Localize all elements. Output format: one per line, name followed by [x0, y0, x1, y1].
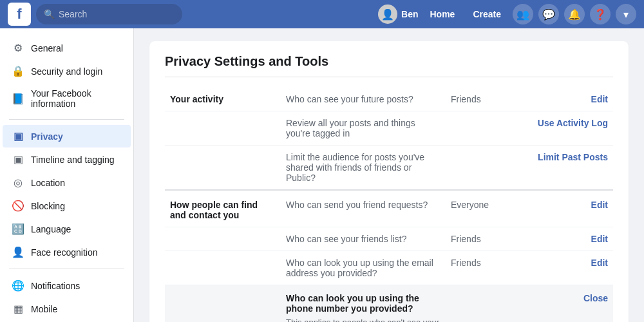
- table-row: Review all your posts and things you're …: [165, 111, 613, 146]
- top-navigation: f 🔍 👤 Ben Home Create 👥 💬 🔔 ❓ ▾: [0, 0, 644, 28]
- location-icon: ◎: [12, 176, 24, 189]
- setting-review-posts-value: [446, 111, 523, 146]
- limit-past-posts-link[interactable]: Limit Past Posts: [538, 152, 608, 162]
- setting-limit-audience-desc: Limit the audience for posts you've shar…: [281, 146, 446, 191]
- sidebar-label: Location: [31, 178, 65, 188]
- setting-future-posts-desc: Who can see your future posts?: [281, 88, 446, 111]
- main-content: Privacy Settings and Tools Your activity…: [134, 28, 644, 322]
- setting-friends-list-desc: Who can see your friends list?: [281, 227, 446, 251]
- sidebar-section-privacy: ▣ Privacy ▣ Timeline and tagging ◎ Locat…: [0, 125, 133, 263]
- sidebar-label: Language: [31, 224, 71, 234]
- table-row: Limit the audience for posts you've shar…: [165, 146, 613, 191]
- mobile-icon: ▦: [12, 303, 24, 315]
- setting-review-posts-action[interactable]: Use Activity Log: [523, 111, 613, 146]
- sidebar-label: Timeline and tagging: [31, 155, 114, 165]
- section-label-your-activity: Your activity: [165, 88, 281, 111]
- sidebar-item-face-recognition[interactable]: 👤 Face recognition: [3, 241, 131, 263]
- setting-friends-list-value: Friends: [446, 227, 523, 251]
- sidebar-divider-1: [9, 119, 124, 120]
- avatar: 👤: [378, 5, 397, 24]
- setting-friend-requests-desc: Who can send you friend requests?: [281, 190, 446, 227]
- privacy-icon: ▣: [12, 130, 24, 142]
- setting-friend-requests-action[interactable]: Edit: [523, 190, 613, 227]
- setting-review-posts-desc: Review all your posts and things you're …: [281, 111, 446, 146]
- setting-limit-audience-value: [446, 146, 523, 191]
- search-bar[interactable]: 🔍: [36, 4, 182, 24]
- section-find-contact: How people can find and contact you Who …: [165, 190, 613, 227]
- edit-email-lookup-link[interactable]: Edit: [591, 258, 608, 268]
- sidebar-item-location[interactable]: ◎ Location: [3, 171, 131, 194]
- sidebar-label: General: [31, 43, 63, 53]
- setting-future-posts-action[interactable]: Edit: [523, 88, 613, 111]
- more-icon[interactable]: ▾: [616, 4, 636, 24]
- setting-email-lookup-desc: Who can look you up using the email addr…: [281, 251, 446, 285]
- sidebar-item-general[interactable]: ⚙ General: [3, 37, 131, 59]
- setting-phone-lookup-value: [446, 285, 523, 323]
- setting-phone-lookup-question: Who can look you up using the phone numb…: [286, 293, 440, 314]
- facebook-info-icon: 📘: [12, 93, 24, 105]
- gear-icon: ⚙: [12, 42, 24, 54]
- sidebar-divider-2: [9, 269, 124, 269]
- edit-future-posts-link[interactable]: Edit: [591, 94, 608, 104]
- setting-email-lookup-value: Friends: [446, 251, 523, 285]
- sidebar-item-security[interactable]: 🔒 Security and login: [3, 60, 131, 82]
- topnav-right-section: 👤 Ben Home Create 👥 💬 🔔 ❓ ▾: [378, 4, 636, 24]
- user-profile-link[interactable]: 👤 Ben: [378, 5, 418, 24]
- page-title: Privacy Settings and Tools: [165, 54, 613, 77]
- timeline-icon: ▣: [12, 153, 24, 166]
- edit-friend-requests-link[interactable]: Edit: [591, 200, 608, 210]
- setting-limit-audience-action[interactable]: Limit Past Posts: [523, 146, 613, 191]
- use-activity-log-link[interactable]: Use Activity Log: [538, 118, 608, 128]
- sidebar-item-language[interactable]: 🔠 Language: [3, 218, 131, 240]
- sidebar-item-notifications[interactable]: 🌐 Notifications: [3, 274, 131, 297]
- sidebar-section-account: ⚙ General 🔒 Security and login 📘 Your Fa…: [0, 37, 133, 114]
- sidebar-label: Blocking: [31, 201, 65, 211]
- create-nav-button[interactable]: Create: [466, 6, 507, 22]
- highlighted-phone-row: Who can look you up using the phone numb…: [165, 285, 613, 323]
- sidebar-item-facebook-info[interactable]: 📘 Your Facebook information: [3, 83, 131, 114]
- setting-friend-requests-value: Everyone: [446, 190, 523, 227]
- home-nav-button[interactable]: Home: [424, 6, 462, 22]
- sidebar-label: Privacy: [31, 131, 63, 142]
- sidebar-item-blocking[interactable]: 🚫 Blocking: [3, 194, 131, 217]
- section-your-activity: Your activity Who can see your future po…: [165, 88, 613, 111]
- messenger-icon[interactable]: 💬: [538, 4, 559, 24]
- friends-icon[interactable]: 👥: [513, 4, 533, 24]
- lock-icon: 🔒: [12, 65, 24, 77]
- notifications-sidebar-icon: 🌐: [12, 279, 24, 292]
- help-icon[interactable]: ❓: [590, 4, 611, 24]
- blocking-icon: 🚫: [12, 200, 24, 212]
- table-row: Who can look you up using the email addr…: [165, 251, 613, 285]
- language-icon: 🔠: [12, 223, 24, 235]
- sidebar-item-mobile[interactable]: ▦ Mobile: [3, 298, 131, 320]
- edit-friends-list-link[interactable]: Edit: [591, 234, 608, 244]
- setting-phone-lookup-action[interactable]: Close: [523, 285, 613, 323]
- sidebar-label: Notifications: [31, 281, 80, 291]
- setting-future-posts-value: Friends: [446, 88, 523, 111]
- sidebar-item-privacy[interactable]: ▣ Privacy: [3, 125, 131, 147]
- sidebar-section-notifications: 🌐 Notifications ▦ Mobile ▦ Public posts: [0, 274, 133, 322]
- search-icon: 🔍: [44, 9, 55, 19]
- setting-phone-lookup-subtext: This applies to people who can't see you…: [286, 317, 440, 322]
- search-input[interactable]: [59, 9, 175, 19]
- table-row: Who can see your friends list? Friends E…: [165, 227, 613, 251]
- sidebar-label: Mobile: [31, 304, 57, 314]
- setting-phone-lookup-cell: Who can look you up using the phone numb…: [281, 285, 446, 323]
- sidebar: ⚙ General 🔒 Security and login 📘 Your Fa…: [0, 28, 134, 322]
- facebook-logo: f: [8, 3, 31, 26]
- privacy-settings-card: Privacy Settings and Tools Your activity…: [149, 41, 629, 322]
- setting-email-lookup-action[interactable]: Edit: [523, 251, 613, 285]
- face-recognition-icon: 👤: [12, 246, 24, 258]
- settings-table: Your activity Who can see your future po…: [165, 88, 613, 322]
- notifications-icon[interactable]: 🔔: [564, 4, 585, 24]
- sidebar-label: Your Facebook information: [31, 88, 122, 109]
- section-label-find-contact: How people can find and contact you: [165, 190, 281, 227]
- sidebar-label: Security and login: [31, 66, 102, 77]
- setting-friends-list-action[interactable]: Edit: [523, 227, 613, 251]
- close-phone-link[interactable]: Close: [583, 293, 608, 303]
- sidebar-item-timeline[interactable]: ▣ Timeline and tagging: [3, 148, 131, 171]
- sidebar-label: Face recognition: [31, 247, 98, 258]
- page-wrapper: ⚙ General 🔒 Security and login 📘 Your Fa…: [0, 28, 644, 322]
